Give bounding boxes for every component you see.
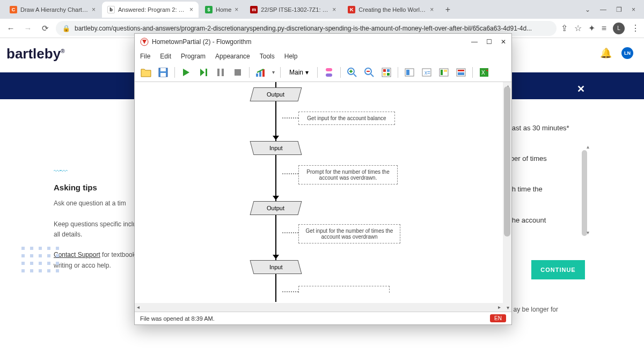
status-bar: File was opened at 8:39 AM. EN xyxy=(135,312,511,324)
extension-icon[interactable]: ✦ xyxy=(588,23,595,33)
menu-edit[interactable]: Edit xyxy=(160,53,171,60)
zoom-out-icon[interactable] xyxy=(363,67,375,78)
tab-title: Creating the Hello World Pro xyxy=(358,6,427,13)
forward-button[interactable]: → xyxy=(21,22,34,35)
close-icon[interactable]: × xyxy=(430,6,434,13)
svg-rect-10 xyxy=(262,69,265,77)
profile-badge[interactable]: L xyxy=(613,23,625,34)
svg-line-14 xyxy=(354,74,356,77)
answer-panel-fragment: s fast as 30 minutes* mber of times ach … xyxy=(504,121,590,258)
save-icon[interactable] xyxy=(157,67,169,78)
output-shape[interactable]: Output xyxy=(250,87,302,101)
tab-favicon: $ xyxy=(205,6,213,13)
flowchart-canvas[interactable]: Output Get input for the account balance… xyxy=(135,82,511,312)
tab-title: Draw A Hierarchy Chart And xyxy=(20,6,89,13)
browser-tab[interactable]: C Draw A Hierarchy Chart And × xyxy=(4,2,101,18)
close-icon[interactable]: × xyxy=(235,6,238,13)
maximize-icon[interactable]: ❐ xyxy=(616,6,622,13)
output-shape[interactable]: Output xyxy=(250,201,302,215)
speed-icon[interactable] xyxy=(255,67,267,78)
comment-box[interactable]: Prompt for the number of times the accou… xyxy=(298,165,398,184)
menu-bar: File Edit Program Appearance Tools Help xyxy=(135,50,511,63)
close-icon[interactable]: × xyxy=(332,6,336,13)
scroll-right-icon[interactable]: ▸ xyxy=(498,304,501,310)
browser-tab-active[interactable]: b Answered: Program 2: Discre × xyxy=(102,2,199,18)
variables-icon[interactable]: x= xyxy=(421,67,433,78)
layout-style-icon[interactable] xyxy=(380,67,392,78)
window-controls: ⌄ — ❐ × xyxy=(585,6,640,13)
close-icon[interactable]: × xyxy=(632,6,635,13)
contact-support-link[interactable]: Contact Support xyxy=(54,251,100,258)
scroll-down-icon[interactable]: ▾ xyxy=(507,305,509,311)
reload-button[interactable]: ⟳ xyxy=(39,22,52,35)
arrow-icon xyxy=(273,136,279,140)
comment-box[interactable]: Get input for the account balance xyxy=(298,112,395,125)
close-icon[interactable]: × xyxy=(189,6,193,13)
layout-icon[interactable] xyxy=(323,67,335,78)
export-icon[interactable]: X xyxy=(478,67,490,78)
function-dropdown[interactable]: Main ▾ xyxy=(286,68,312,77)
minimize-icon[interactable]: — xyxy=(471,38,478,46)
maximize-icon[interactable]: ☐ xyxy=(486,38,492,46)
continue-button[interactable]: CONTINUE xyxy=(531,260,585,279)
text-fragment: s the account xyxy=(504,213,590,228)
close-icon[interactable]: ✕ xyxy=(577,83,585,95)
scrollbar-vertical[interactable]: ▴ ▾ xyxy=(503,82,511,312)
svg-rect-9 xyxy=(259,71,261,77)
svg-text:X: X xyxy=(481,70,485,76)
share-icon[interactable]: ⇪ xyxy=(561,23,568,33)
user-badge[interactable]: LN xyxy=(621,47,633,59)
browser-tab[interactable]: $ Home × xyxy=(200,2,244,18)
bartleby-logo[interactable]: bartleby® xyxy=(6,46,65,62)
open-icon[interactable] xyxy=(140,67,152,78)
scrollbar-thumb[interactable] xyxy=(504,86,510,237)
input-shape[interactable]: Input xyxy=(250,141,302,155)
scroll-left-icon[interactable]: ◂ xyxy=(137,304,140,310)
browser-tab-strip: C Draw A Hierarchy Chart And × b Answere… xyxy=(0,0,644,19)
menu-appearance[interactable]: Appearance xyxy=(215,53,250,60)
browser-tab[interactable]: m 22/SP ITSE-1302-7Z1: Flowch × xyxy=(245,2,341,18)
svg-rect-4 xyxy=(206,69,207,76)
scroll-up-icon[interactable]: ▴ xyxy=(587,144,589,150)
stop-icon[interactable] xyxy=(232,67,244,78)
comment-box[interactable] xyxy=(298,286,390,293)
scrollbar-thumb[interactable] xyxy=(582,150,587,236)
back-button[interactable]: ← xyxy=(4,22,17,35)
svg-line-18 xyxy=(371,74,374,77)
input-shape[interactable]: Input xyxy=(250,260,302,274)
step-icon[interactable] xyxy=(197,67,209,78)
reading-list-icon[interactable]: ≡ xyxy=(602,24,606,33)
tab-title: 22/SP ITSE-1302-7Z1: Flowch xyxy=(261,6,329,13)
chevron-down-icon[interactable]: ⌄ xyxy=(585,6,590,13)
svg-rect-31 xyxy=(444,70,447,72)
svg-rect-34 xyxy=(458,72,464,75)
star-icon[interactable]: ☆ xyxy=(574,23,582,33)
svg-rect-2 xyxy=(160,68,166,71)
close-icon[interactable]: ✕ xyxy=(501,38,506,46)
tool-icon[interactable] xyxy=(455,67,467,78)
menu-file[interactable]: File xyxy=(140,53,150,60)
svg-rect-11 xyxy=(326,68,332,71)
menu-help[interactable]: Help xyxy=(284,53,298,60)
menu-program[interactable]: Program xyxy=(181,53,206,60)
menu-tools[interactable]: Tools xyxy=(260,53,275,60)
play-icon[interactable] xyxy=(180,67,192,78)
scrollbar-horizontal[interactable]: ◂ ▸ xyxy=(135,303,503,312)
tab-favicon: m xyxy=(250,6,258,13)
pause-icon[interactable] xyxy=(215,67,226,78)
language-badge[interactable]: EN xyxy=(490,314,506,322)
close-icon[interactable]: × xyxy=(92,6,96,13)
comment-connector xyxy=(282,291,298,292)
minimize-icon[interactable]: — xyxy=(600,6,606,13)
window-titlebar[interactable]: HometownPartial (2) - Flowgorithm — ☐ ✕ xyxy=(135,34,511,50)
kebab-menu-icon[interactable]: ⋮ xyxy=(631,23,640,33)
browser-tab[interactable]: K Creating the Hello World Pro × xyxy=(342,2,439,18)
tool-icon[interactable] xyxy=(438,67,450,78)
svg-rect-3 xyxy=(160,73,166,77)
bell-icon[interactable]: 🔔 xyxy=(600,47,612,59)
scroll-down-icon[interactable]: ▾ xyxy=(587,230,589,235)
tool-icon[interactable] xyxy=(404,67,415,78)
comment-box[interactable]: Get input for the number of times the ac… xyxy=(298,224,400,243)
zoom-in-icon[interactable] xyxy=(346,67,358,78)
new-tab-button[interactable]: + xyxy=(440,2,455,17)
